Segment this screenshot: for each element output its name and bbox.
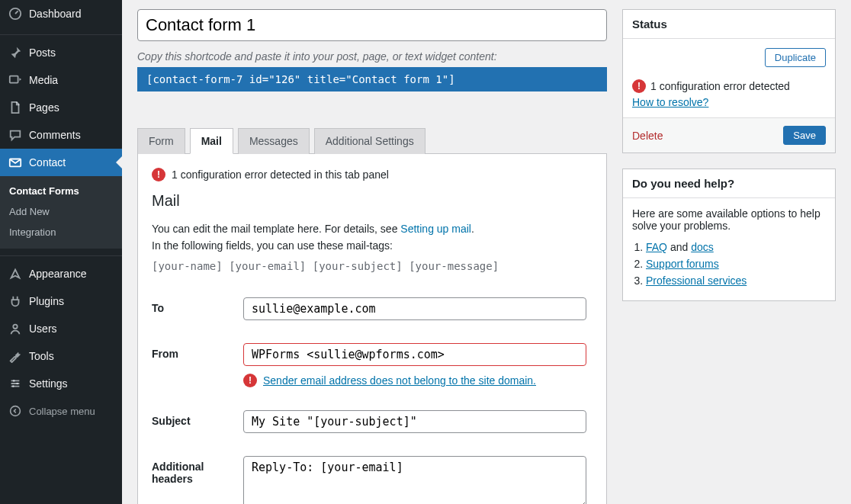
panel-config-error: ! 1 configuration error detected in this… [152, 168, 592, 181]
duplicate-button[interactable]: Duplicate [765, 48, 826, 67]
submenu-add-new[interactable]: Add New [0, 201, 122, 222]
sidebar-item-label: Plugins [29, 295, 64, 307]
page-icon [8, 100, 23, 115]
setting-up-mail-link[interactable]: Setting up mail [400, 223, 471, 235]
help-item-pro: Professional services [646, 274, 826, 287]
sidebar-item-posts[interactable]: Posts [0, 39, 122, 66]
svg-point-3 [13, 325, 17, 329]
docs-link[interactable]: docs [691, 241, 714, 253]
collapse-icon [8, 403, 23, 419]
admin-sidebar: Dashboard Posts Media Pages Comments Con… [0, 0, 122, 504]
tab-additional-settings[interactable]: Additional Settings [314, 128, 426, 154]
delete-link[interactable]: Delete [632, 130, 663, 142]
settings-icon [8, 376, 23, 391]
status-title: Status [623, 10, 835, 39]
submenu-contact-forms[interactable]: Contact Forms [0, 181, 122, 201]
mail-icon [8, 155, 23, 170]
side-column: Status Duplicate ! 1 configuration error… [622, 9, 836, 489]
faq-link[interactable]: FAQ [646, 241, 667, 253]
appearance-icon [8, 266, 23, 281]
professional-services-link[interactable]: Professional services [646, 274, 747, 287]
to-input[interactable] [243, 297, 586, 320]
from-input[interactable] [243, 343, 586, 366]
svg-point-5 [16, 383, 18, 385]
mail-tags: [your-name] [your-email] [your-subject] … [152, 258, 592, 274]
to-label: To [152, 297, 243, 314]
sidebar-item-label: Contact [29, 156, 66, 169]
sidebar-item-pages[interactable]: Pages [0, 94, 122, 121]
tab-mail[interactable]: Mail [190, 128, 233, 154]
submenu-integration[interactable]: Integration [0, 222, 122, 242]
sidebar-item-label: Tools [29, 350, 54, 362]
error-icon: ! [152, 168, 165, 181]
support-forums-link[interactable]: Support forums [646, 258, 719, 270]
sidebar-item-label: Settings [29, 377, 68, 390]
help-title: Do you need help? [623, 169, 835, 198]
status-error-text: 1 configuration error detected [650, 80, 790, 92]
panel-config-error-text: 1 configuration error detected in this t… [172, 169, 389, 181]
headers-input[interactable]: Reply-To: [your-email] [243, 456, 586, 504]
sidebar-item-label: Appearance [29, 268, 87, 280]
sidebar-item-label: Dashboard [29, 8, 82, 20]
dashboard-icon [8, 6, 23, 21]
sidebar-item-label: Users [29, 323, 57, 335]
shortcode-hint: Copy this shortcode and paste it into yo… [137, 50, 607, 63]
sidebar-item-contact[interactable]: Contact [0, 149, 122, 176]
mail-panel: ! 1 configuration error detected in this… [137, 153, 607, 504]
sidebar-item-media[interactable]: Media [0, 66, 122, 94]
sidebar-item-appearance[interactable]: Appearance [0, 260, 122, 287]
sidebar-item-label: Posts [29, 47, 56, 59]
sidebar-item-users[interactable]: Users [0, 315, 122, 342]
tabs: Form Mail Messages Additional Settings [137, 128, 607, 154]
sidebar-item-settings[interactable]: Settings [0, 370, 122, 397]
collapse-menu[interactable]: Collapse menu [0, 397, 122, 425]
sidebar-submenu: Contact Forms Add New Integration [0, 176, 122, 249]
from-error-link[interactable]: Sender email address does not belong to … [263, 374, 536, 387]
panel-desc: You can edit the mail template here. For… [152, 220, 592, 274]
sidebar-item-label: Pages [29, 101, 59, 114]
help-box: Do you need help? Here are some availabl… [622, 169, 836, 301]
panel-heading: Mail [152, 192, 592, 210]
pin-icon [8, 45, 23, 60]
shortcode-box[interactable]: [contact-form-7 id="126" title="Contact … [137, 67, 607, 91]
plugin-icon [8, 294, 23, 309]
subject-label: Subject [152, 410, 243, 427]
subject-input[interactable] [243, 410, 586, 433]
help-item-faq-docs: FAQ and docs [646, 241, 826, 253]
sidebar-item-plugins[interactable]: Plugins [0, 287, 122, 315]
collapse-label: Collapse menu [29, 406, 95, 417]
tab-form[interactable]: Form [137, 128, 185, 154]
sidebar-item-dashboard[interactable]: Dashboard [0, 0, 122, 27]
help-intro: Here are some available options to help … [632, 207, 826, 232]
sidebar-item-label: Media [29, 74, 58, 86]
svg-rect-1 [10, 76, 18, 83]
sidebar-item-comments[interactable]: Comments [0, 121, 122, 149]
form-title-input[interactable] [137, 9, 607, 41]
main-content: Copy this shortcode and paste it into yo… [137, 9, 607, 489]
sidebar-item-label: Comments [29, 129, 81, 141]
svg-point-7 [11, 406, 21, 416]
svg-point-4 [13, 380, 15, 382]
svg-point-6 [12, 385, 14, 387]
error-icon: ! [632, 79, 646, 93]
media-icon [8, 72, 23, 88]
resolve-link[interactable]: How to resolve? [623, 96, 835, 117]
sidebar-item-tools[interactable]: Tools [0, 342, 122, 370]
comment-icon [8, 127, 23, 143]
from-label: From [152, 343, 243, 360]
user-icon [8, 321, 23, 336]
headers-label: Additional headers [152, 456, 243, 485]
tool-icon [8, 348, 23, 364]
status-box: Status Duplicate ! 1 configuration error… [622, 9, 836, 153]
tab-messages[interactable]: Messages [238, 128, 310, 154]
help-list: FAQ and docs Support forums Professional… [632, 241, 826, 287]
error-icon: ! [243, 374, 257, 387]
save-button[interactable]: Save [783, 126, 826, 145]
help-item-forums: Support forums [646, 258, 826, 270]
